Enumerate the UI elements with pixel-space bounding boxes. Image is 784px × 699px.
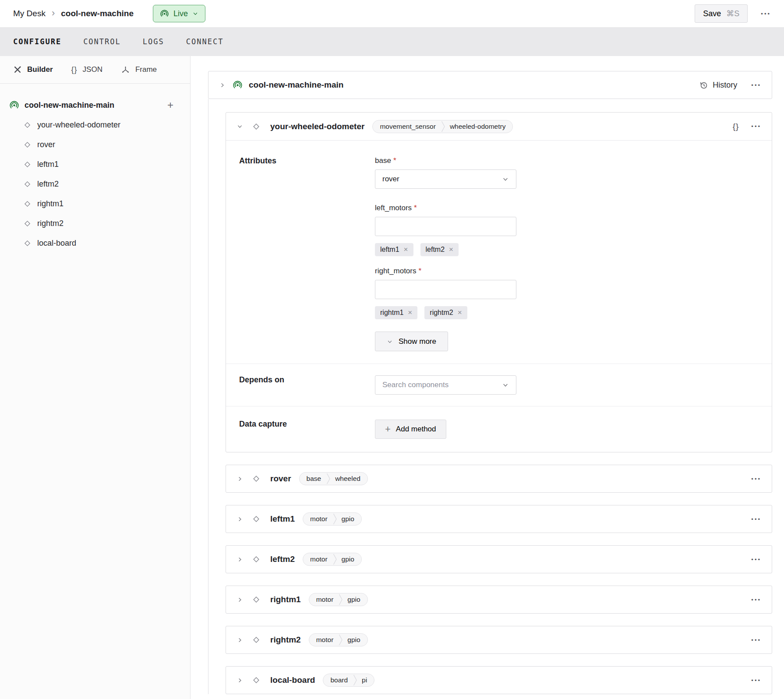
badge-model: gpio [337,515,361,523]
right-motors-input[interactable] [375,280,516,299]
show-more-button[interactable]: Show more [375,332,448,351]
component-type-badge: motor gpio [309,593,368,606]
component-more-menu-icon[interactable]: ••• [751,124,761,129]
component-more-menu-icon[interactable]: ••• [751,678,761,683]
data-capture-heading: Data capture [239,420,375,439]
chevron-right-icon[interactable] [237,597,243,603]
tree-item-label: leftm2 [37,180,59,189]
breadcrumb-separator-icon: › [52,8,55,18]
component-more-menu-icon[interactable]: ••• [751,516,761,522]
sidebar-item-your-wheeled-odometer[interactable]: your-wheeled-odometer [9,115,180,135]
badge-divider-icon [353,674,357,687]
part-more-menu-icon[interactable]: ••• [751,82,761,88]
chip-remove-icon[interactable]: × [458,308,462,317]
component-diamond-icon [23,180,32,188]
tab-logs[interactable]: LOGS [143,37,164,46]
part-card: cool-new-machine-main History ••• [208,71,772,99]
chip-label: rightm2 [430,309,453,317]
resource-tree-children: your-wheeled-odometer rover leftm1 leftm… [9,115,180,253]
component-diamond-icon [252,555,261,564]
component-name: rightm1 [270,595,301,604]
chip-remove-icon[interactable]: × [408,308,412,317]
live-status-badge[interactable]: Live [153,5,205,22]
component-diamond-icon [23,239,32,247]
component-more-menu-icon[interactable]: ••• [751,476,761,482]
component-more-menu-icon[interactable]: ••• [751,557,761,562]
component-diamond-icon [252,635,261,644]
tree-item-label: local-board [37,239,76,248]
header-more-menu-icon[interactable]: ••• [761,11,771,17]
component-card-rightm2: rightm2 motor gpio ••• [226,626,772,654]
sidebar-item-rightm1[interactable]: rightm1 [9,194,180,214]
component-name: your-wheeled-odometer [270,122,364,131]
chevron-right-icon[interactable] [237,476,243,482]
component-more-menu-icon[interactable]: ••• [751,637,761,643]
chevron-down-icon [387,339,393,345]
mode-builder[interactable]: Builder [13,65,53,74]
breadcrumb-parent[interactable]: My Desk [13,9,46,18]
attributes-section: Attributes base* rover left_motors* [226,141,772,364]
add-method-label: Add method [396,425,436,434]
chevron-right-icon[interactable] [237,516,243,522]
chevron-down-icon[interactable] [237,123,243,130]
mode-json[interactable]: {} JSON [71,65,102,74]
sidebar-item-leftm2[interactable]: leftm2 [9,174,180,194]
mode-frame[interactable]: Frame [121,65,157,74]
component-card-local-board: local-board board pi ••• [226,666,772,694]
component-type-badge: board pi [323,674,374,687]
left-motors-field-label: left_motors* [375,204,516,212]
badge-divider-icon [339,633,343,646]
badge-model: wheeled-odometry [445,123,513,131]
add-resource-icon[interactable]: + [167,99,180,111]
breadcrumb: My Desk › cool-new-machine [13,9,134,18]
braces-icon: {} [71,65,78,74]
history-button[interactable]: History [699,81,737,90]
chevron-right-icon[interactable] [219,82,226,88]
plus-icon: + [385,424,391,434]
base-select[interactable]: rover [375,169,516,189]
component-name: leftm2 [270,554,295,564]
component-diamond-icon [23,121,32,129]
depends-on-placeholder: Search components [382,381,449,389]
chevron-right-icon[interactable] [237,637,243,643]
tab-configure[interactable]: CONFIGURE [13,37,61,46]
chevron-right-icon[interactable] [237,556,243,563]
badge-model: wheeled [331,475,367,483]
sidebar-item-rightm2[interactable]: rightm2 [9,214,180,233]
component-more-menu-icon[interactable]: ••• [751,597,761,603]
tree-item-label: your-wheeled-odometer [37,120,120,130]
sidebar-item-local-board[interactable]: local-board [9,233,180,253]
chevron-right-icon[interactable] [237,677,243,684]
save-button-label: Save [703,9,721,18]
attributes-heading: Attributes [239,156,375,351]
chip-remove-icon[interactable]: × [404,245,408,254]
badge-type: board [323,676,353,684]
tree-root-label: cool-new-machine-main [25,101,114,110]
tab-connect[interactable]: CONNECT [186,37,224,46]
depends-on-select[interactable]: Search components [375,375,516,395]
component-card-rover: rover base wheeled ••• [226,465,772,493]
badge-type: motor [309,636,339,644]
tree-item-label: rightm1 [37,199,64,208]
tab-label: CONTROL [83,37,121,46]
json-view-icon[interactable]: {} [733,122,739,131]
chip-remove-icon[interactable]: × [449,245,453,254]
chevron-down-icon [192,11,198,17]
required-asterisk: * [418,267,421,275]
chip-label: leftm1 [380,246,399,254]
add-method-button[interactable]: + Add method [375,420,446,439]
sidebar-item-main-part[interactable]: cool-new-machine-main + [9,95,180,115]
sidebar-item-leftm1[interactable]: leftm1 [9,155,180,174]
tab-control[interactable]: CONTROL [83,37,121,46]
badge-type: movement_sensor [373,123,441,131]
component-type-badge: motor gpio [303,512,362,526]
chip-label: rightm1 [380,309,403,317]
field-label-text: left_motors [375,204,412,212]
sidebar-item-rover[interactable]: rover [9,135,180,155]
left-motors-input[interactable] [375,217,516,236]
badge-divider-icon [326,472,331,485]
save-button[interactable]: Save ⌘S [695,4,748,23]
component-type-badge: movement_sensor wheeled-odometry [372,120,513,133]
right-motors-field-label: right_motors* [375,267,516,275]
component-diamond-icon [23,160,32,169]
